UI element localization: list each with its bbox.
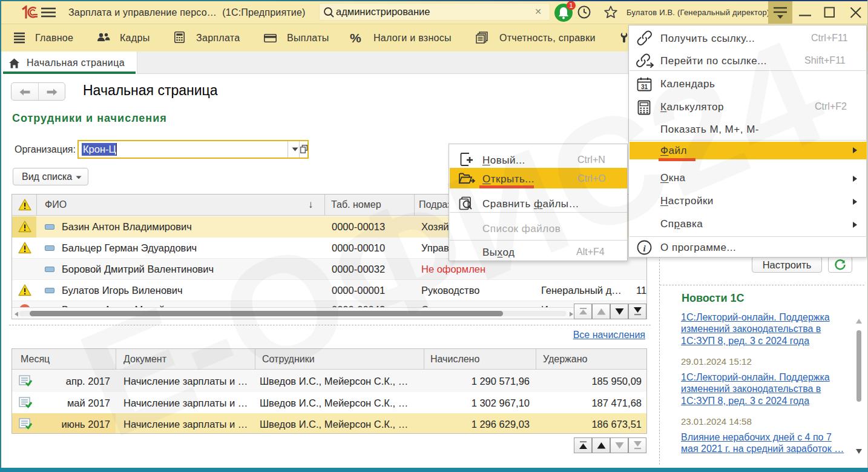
svg-text:i: i	[643, 244, 646, 253]
svg-text:1: 1	[569, 2, 573, 9]
svg-text:31: 31	[641, 84, 648, 90]
